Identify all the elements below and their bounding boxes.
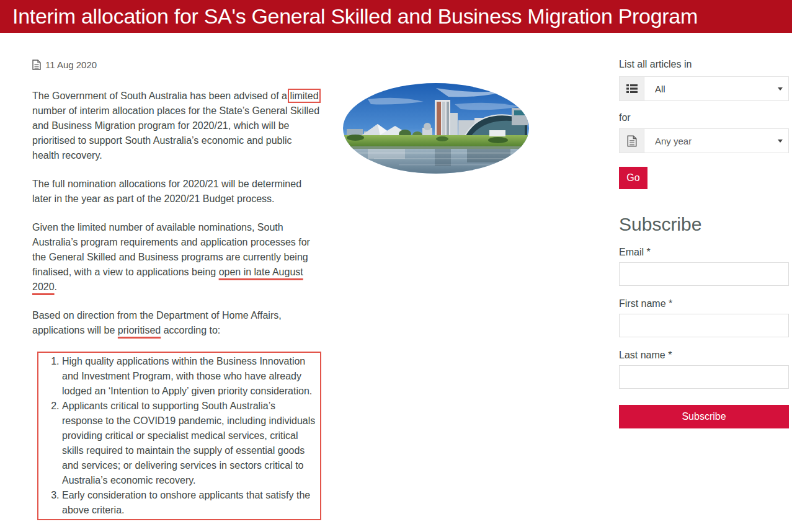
last-name-field[interactable] — [619, 365, 789, 389]
first-name-label: First name * — [619, 298, 789, 309]
email-field[interactable] — [619, 262, 789, 286]
document-icon — [620, 129, 644, 153]
priority-list: High quality applications within the Bus… — [38, 353, 320, 519]
first-name-field[interactable] — [619, 314, 789, 337]
paragraph-4: Based on direction from the Department o… — [32, 308, 321, 338]
chevron-down-icon — [778, 140, 783, 143]
paragraph-3-text: . — [55, 282, 57, 292]
subscribe-button[interactable]: Subscribe — [619, 405, 789, 428]
sidebar: List all articles in All for Any year Go — [619, 59, 789, 428]
articles-filter-label: List all articles in — [619, 59, 789, 70]
article-date: 11 Aug 2020 — [45, 60, 97, 70]
priority-list-item-3: Early consideration to onshore applicant… — [62, 488, 316, 518]
priority-list-item-1: High quality applications within the Bus… — [62, 354, 316, 399]
list-icon — [620, 77, 644, 100]
paragraph-1: The Government of South Australia has be… — [32, 89, 321, 163]
for-label: for — [619, 112, 789, 123]
adelaide-skyline-image — [343, 83, 529, 174]
page-title: Interim allocation for SA's General Skil… — [0, 0, 792, 29]
category-select[interactable]: All — [619, 76, 789, 101]
last-name-label: Last name * — [619, 350, 789, 361]
paragraph-4-text: according to: — [161, 325, 220, 335]
email-label: Email * — [619, 247, 789, 258]
go-button[interactable]: Go — [619, 167, 647, 189]
priority-list-item-2: Applicants critical to supporting South … — [62, 399, 316, 488]
subscribe-heading: Subscribe — [619, 214, 789, 235]
paragraph-3: Given the limited number of available no… — [32, 220, 321, 295]
annotation-box-limited: limited — [290, 91, 318, 101]
year-select-value: Any year — [644, 136, 778, 146]
page-header: Interim allocation for SA's General Skil… — [0, 0, 792, 33]
paragraph-1-text: The Government of South Australia has be… — [32, 91, 290, 101]
chevron-down-icon — [778, 87, 783, 91]
article-image — [343, 83, 529, 174]
annotation-underline-prioritised: prioritised — [118, 325, 161, 335]
year-select[interactable]: Any year — [619, 128, 789, 153]
annotation-box-priority-list: High quality applications within the Bus… — [37, 352, 321, 520]
paragraph-5: Further guidance will be available on th… — [32, 529, 321, 532]
paragraph-2: The full nomination allocations for 2020… — [32, 177, 321, 206]
article-body: 11 Aug 2020 The Government of South Aust… — [32, 55, 321, 532]
document-icon — [32, 60, 41, 70]
category-select-value: All — [644, 84, 778, 94]
article-date-row: 11 Aug 2020 — [32, 60, 321, 70]
paragraph-1-text: number of interim allocation places for … — [32, 105, 319, 161]
